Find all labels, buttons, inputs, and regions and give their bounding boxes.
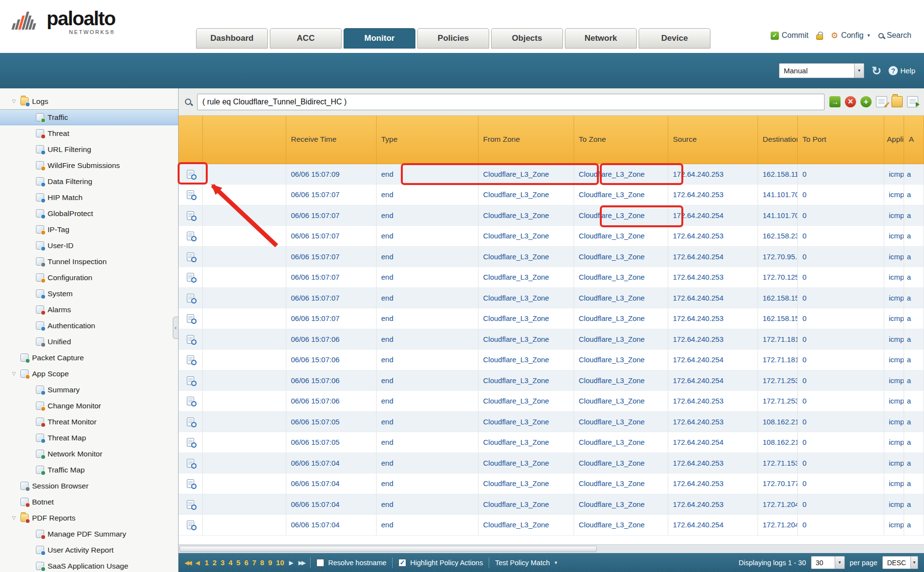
- cell-destination[interactable]: 172.71.253.23: [758, 391, 797, 412]
- cell-from-zone[interactable]: Cloudflare_L3_Zone: [478, 453, 574, 473]
- sidebar-item[interactable]: Traffic: [0, 109, 178, 125]
- cell-source[interactable]: 172.64.240.254: [668, 350, 758, 370]
- column-header[interactable]: Type: [376, 116, 478, 164]
- page-number[interactable]: 5: [236, 558, 240, 567]
- sort-order-select[interactable]: DESC: [882, 556, 918, 569]
- cell-from-zone[interactable]: Cloudflare_L3_Zone: [478, 515, 574, 536]
- cell-source[interactable]: 172.64.240.254: [668, 246, 758, 267]
- sidebar-item[interactable]: Unified: [0, 334, 178, 350]
- log-row[interactable]: 06/06 15:07:04 end Cloudflare_L3_Zone Cl…: [179, 515, 924, 536]
- sidebar-item[interactable]: Change Monitor: [0, 398, 178, 414]
- sidebar-item[interactable]: Network Monitor: [0, 446, 178, 462]
- log-row[interactable]: 06/06 15:07:05 end Cloudflare_L3_Zone Cl…: [179, 432, 924, 453]
- cell-application[interactable]: icmp: [884, 391, 904, 412]
- cell-destination[interactable]: 172.71.181.76: [758, 329, 797, 350]
- tree-expander-icon[interactable]: [11, 99, 17, 104]
- log-detail-icon[interactable]: [187, 397, 194, 405]
- cell-to-zone[interactable]: Cloudflare_L3_Zone: [574, 494, 668, 515]
- cell-application[interactable]: icmp: [884, 246, 904, 267]
- cell-source[interactable]: 172.64.240.253: [668, 185, 758, 205]
- cell-source[interactable]: 172.64.240.253: [668, 164, 758, 185]
- cell-source[interactable]: 172.64.240.253: [668, 308, 758, 329]
- tree-expander-icon[interactable]: [11, 371, 17, 376]
- filter-query-input[interactable]: ( rule eq Cloudflare_Tunnel_Bidirect_HC …: [197, 94, 825, 110]
- cell-source[interactable]: 172.64.240.253: [668, 226, 758, 247]
- cell-to-zone[interactable]: Cloudflare_L3_Zone: [574, 267, 668, 288]
- cell-application[interactable]: icmp: [884, 226, 904, 247]
- cell-to-zone[interactable]: Cloudflare_L3_Zone: [574, 185, 668, 205]
- cell-application[interactable]: icmp: [884, 432, 904, 453]
- cell-application[interactable]: icmp: [884, 205, 904, 226]
- cell-source[interactable]: 172.64.240.253: [668, 494, 758, 515]
- page-number[interactable]: 4: [229, 558, 232, 567]
- column-header[interactable]: Destination: [758, 116, 797, 164]
- main-tab[interactable]: ACC: [270, 28, 342, 49]
- cell-application[interactable]: icmp: [884, 411, 904, 432]
- page-number[interactable]: 8: [260, 558, 264, 567]
- cell-from-zone[interactable]: Cloudflare_L3_Zone: [478, 370, 574, 391]
- dropdown-arrow-icon[interactable]: [835, 556, 844, 569]
- sidebar-item[interactable]: PDF Reports: [0, 510, 178, 526]
- cell-destination[interactable]: 141.101.70.211: [758, 185, 797, 205]
- cell-to-zone[interactable]: Cloudflare_L3_Zone: [574, 164, 668, 185]
- log-detail-icon[interactable]: [187, 232, 194, 240]
- cell-application[interactable]: icmp: [884, 308, 904, 329]
- log-row[interactable]: 06/06 15:07:04 end Cloudflare_L3_Zone Cl…: [179, 494, 924, 515]
- cell-application[interactable]: icmp: [884, 164, 904, 185]
- log-row[interactable]: 06/06 15:07:06 end Cloudflare_L3_Zone Cl…: [179, 350, 924, 370]
- sidebar-item[interactable]: Threat Map: [0, 430, 178, 446]
- log-detail-icon[interactable]: [187, 438, 194, 447]
- log-row[interactable]: 06/06 15:07:04 end Cloudflare_L3_Zone Cl…: [179, 453, 924, 473]
- sidebar-item[interactable]: Logs: [0, 93, 178, 109]
- log-detail-icon[interactable]: [187, 355, 194, 364]
- cell-to-zone[interactable]: Cloudflare_L3_Zone: [574, 391, 668, 412]
- cell-to-zone[interactable]: Cloudflare_L3_Zone: [574, 226, 668, 247]
- sidebar-item[interactable]: Packet Capture: [0, 350, 178, 366]
- next-page-icon[interactable]: [289, 559, 293, 566]
- sidebar-item[interactable]: GlobalProtect: [0, 205, 178, 221]
- cell-to-zone[interactable]: Cloudflare_L3_Zone: [574, 329, 668, 350]
- log-detail-icon[interactable]: [187, 294, 194, 303]
- export-logs-icon[interactable]: [907, 96, 918, 107]
- log-detail-icon[interactable]: [187, 479, 194, 488]
- log-detail-icon[interactable]: [187, 521, 194, 529]
- sidebar-item[interactable]: WildFire Submissions: [0, 157, 178, 173]
- highlight-policy-checkbox[interactable]: [398, 559, 406, 567]
- horizontal-scrollbar[interactable]: [179, 544, 924, 553]
- log-row[interactable]: 06/06 15:07:07 end Cloudflare_L3_Zone Cl…: [179, 287, 924, 308]
- column-header[interactable]: Receive Time: [286, 116, 376, 164]
- log-detail-icon[interactable]: [187, 376, 194, 385]
- cell-to-zone[interactable]: Cloudflare_L3_Zone: [574, 246, 668, 267]
- cell-to-zone[interactable]: Cloudflare_L3_Zone: [574, 432, 668, 453]
- cell-destination[interactable]: 172.70.95.88: [758, 246, 797, 267]
- config-menu[interactable]: Config: [831, 31, 871, 40]
- cell-destination[interactable]: 108.162.217.182: [758, 411, 797, 432]
- sidebar-item[interactable]: Botnet: [0, 494, 178, 510]
- log-row[interactable]: 06/06 15:07:07 end Cloudflare_L3_Zone Cl…: [179, 226, 924, 247]
- scrollbar-thumb[interactable]: [180, 546, 597, 552]
- cell-from-zone[interactable]: Cloudflare_L3_Zone: [478, 308, 574, 329]
- cell-from-zone[interactable]: Cloudflare_L3_Zone: [478, 350, 574, 370]
- cell-source[interactable]: 172.64.240.254: [668, 287, 758, 308]
- cell-source[interactable]: 172.64.240.253: [668, 411, 758, 432]
- cell-source[interactable]: 172.64.240.253: [668, 453, 758, 473]
- sidebar-item[interactable]: Tunnel Inspection: [0, 253, 178, 269]
- sidebar-item[interactable]: User-ID: [0, 237, 178, 253]
- resolve-hostname-checkbox[interactable]: [316, 559, 324, 567]
- main-tab[interactable]: Objects: [491, 28, 563, 49]
- log-detail-icon[interactable]: [187, 418, 194, 426]
- cell-to-zone[interactable]: Cloudflare_L3_Zone: [574, 287, 668, 308]
- cell-destination[interactable]: 162.158.117.4: [758, 164, 797, 185]
- column-header[interactable]: [179, 116, 202, 164]
- main-tab[interactable]: Monitor: [344, 28, 415, 49]
- main-tab[interactable]: Dashboard: [196, 28, 268, 49]
- cell-destination[interactable]: 172.71.181.76: [758, 350, 797, 370]
- lock-button[interactable]: [816, 32, 823, 40]
- cell-destination[interactable]: 162.158.157.149: [758, 308, 797, 329]
- log-detail-icon[interactable]: [187, 190, 194, 199]
- main-tab[interactable]: Policies: [417, 28, 489, 49]
- column-header[interactable]: A: [904, 116, 924, 164]
- cell-from-zone[interactable]: Cloudflare_L3_Zone: [478, 432, 574, 453]
- sidebar-item[interactable]: Alarms: [0, 302, 178, 318]
- clear-filter-icon[interactable]: [845, 96, 856, 107]
